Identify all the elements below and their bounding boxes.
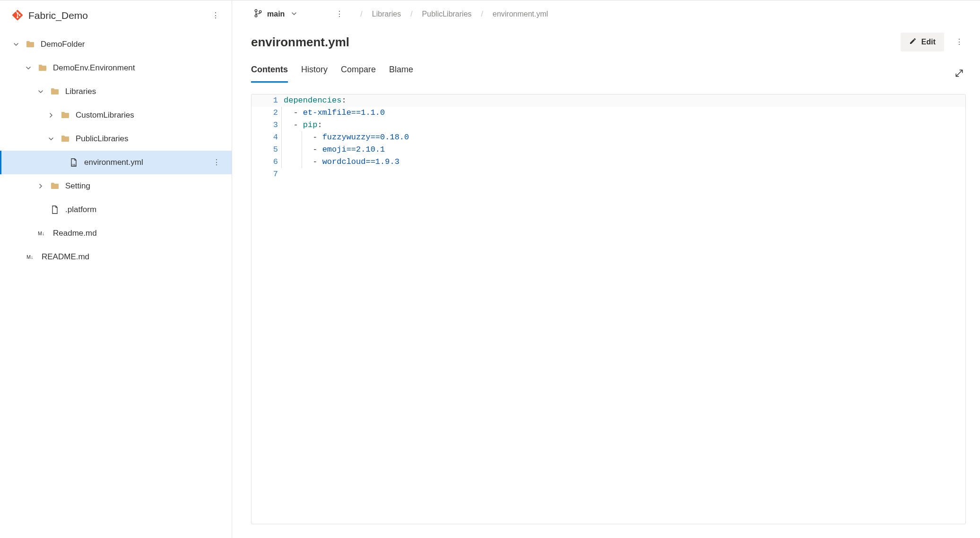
- tab-compare[interactable]: Compare: [341, 65, 376, 83]
- code-content: - wordcloud==1.9.3: [284, 156, 965, 168]
- chevron-down-icon: [25, 64, 32, 72]
- branch-selector[interactable]: main: [251, 7, 300, 21]
- tree-file-environment-yml[interactable]: YML environment.yml ⋮: [0, 151, 232, 174]
- tree-label: Readme.md: [53, 229, 97, 238]
- code-line[interactable]: 6 - wordcloud==1.9.3: [252, 156, 965, 168]
- tree-folder-libraries[interactable]: Libraries: [0, 80, 232, 103]
- line-number: 5: [252, 144, 284, 156]
- tabs-row: Contents History Compare Blame: [232, 65, 980, 83]
- tree-folder-customlibraries[interactable]: CustomLibraries: [0, 103, 232, 127]
- app-root: Fabric_Demo ⋮ DemoFolder: [0, 0, 980, 538]
- code-line[interactable]: 1dependencies:: [252, 94, 965, 107]
- expand-icon: [955, 69, 963, 79]
- fullscreen-button[interactable]: [953, 67, 966, 80]
- file-more-button[interactable]: ⋮: [953, 35, 966, 49]
- line-number: 3: [252, 119, 284, 131]
- file-title: environment.yml: [251, 35, 901, 50]
- tree-folder-demoenv[interactable]: DemoEnv.Environment: [0, 56, 232, 80]
- folder-icon: [50, 87, 60, 96]
- code-line[interactable]: 4 - fuzzywuzzy==0.18.0: [252, 131, 965, 144]
- tree-label: PublicLibraries: [76, 134, 129, 144]
- tree-folder-setting[interactable]: Setting: [0, 174, 232, 198]
- tree-row-more-button[interactable]: ⋮: [210, 156, 223, 169]
- svg-text:M↓: M↓: [38, 231, 44, 236]
- line-number: 6: [252, 156, 284, 168]
- git-logo-icon: [12, 10, 23, 22]
- folder-icon: [61, 134, 70, 144]
- branch-icon: [254, 9, 262, 19]
- tab-blame[interactable]: Blame: [389, 65, 413, 83]
- sidebar-header: Fabric_Demo ⋮: [0, 0, 232, 31]
- folder-icon: [26, 40, 35, 49]
- edit-button-label: Edit: [921, 38, 936, 46]
- line-number: 7: [252, 168, 284, 180]
- tree-label: DemoEnv.Environment: [53, 63, 135, 73]
- svg-text:YML: YML: [71, 163, 77, 166]
- pencil-icon: [909, 37, 917, 47]
- indent-guide: [302, 156, 302, 168]
- tree-label: README.md: [42, 252, 89, 262]
- tree-file-readme-inner[interactable]: M↓ Readme.md: [0, 222, 232, 245]
- svg-point-5: [259, 10, 261, 13]
- more-vertical-icon: ⋮: [213, 159, 220, 166]
- file-icon: [50, 205, 60, 214]
- indent-guide: [281, 144, 282, 156]
- tree-file-readme-root[interactable]: M↓ README.md: [0, 245, 232, 269]
- breadcrumb-file[interactable]: environment.yml: [493, 10, 548, 18]
- svg-point-3: [255, 9, 257, 12]
- tree-label: Libraries: [65, 87, 96, 96]
- code-content: dependencies:: [284, 94, 965, 107]
- chevron-down-icon: [12, 41, 20, 48]
- tree-label: environment.yml: [84, 158, 143, 167]
- code-content: - pip:: [284, 119, 965, 131]
- tab-contents[interactable]: Contents: [251, 65, 288, 83]
- code-content: - emoji==2.10.1: [284, 144, 965, 156]
- topbar: main ⋮ / Libraries / PublicLibraries / e…: [232, 0, 980, 28]
- breadcrumb-sep: /: [360, 10, 362, 18]
- code-line[interactable]: 2 - et-xmlfile==1.1.0: [252, 107, 965, 119]
- tab-history[interactable]: History: [301, 65, 328, 83]
- chevron-right-icon: [47, 111, 55, 119]
- breadcrumb: / Libraries / PublicLibraries / environm…: [360, 10, 548, 18]
- code-content: - fuzzywuzzy==0.18.0: [284, 131, 965, 144]
- tree-folder-demofolder[interactable]: DemoFolder: [0, 33, 232, 56]
- edit-button[interactable]: Edit: [901, 33, 944, 51]
- code-line[interactable]: 7: [252, 168, 965, 180]
- more-vertical-icon: ⋮: [212, 12, 219, 19]
- code-line[interactable]: 3 - pip:: [252, 119, 965, 131]
- markdown-icon: M↓: [26, 252, 36, 262]
- tabs: Contents History Compare Blame: [251, 65, 413, 83]
- breadcrumb-sep: /: [410, 10, 412, 18]
- code-viewer[interactable]: 1dependencies:2 - et-xmlfile==1.1.03 - p…: [251, 94, 966, 524]
- branch-more-button[interactable]: ⋮: [333, 8, 346, 21]
- tree-folder-publiclibraries[interactable]: PublicLibraries: [0, 127, 232, 151]
- chevron-down-icon: [291, 11, 297, 18]
- more-vertical-icon: ⋮: [336, 10, 343, 18]
- tree-label: Setting: [65, 181, 90, 191]
- more-vertical-icon: ⋮: [955, 38, 963, 46]
- breadcrumb-libraries[interactable]: Libraries: [372, 10, 401, 18]
- file-tree: DemoFolder DemoEnv.Environment Librari: [0, 31, 232, 538]
- tree-file-platform[interactable]: .platform: [0, 198, 232, 222]
- indent-guide: [302, 131, 302, 144]
- code-content: - et-xmlfile==1.1.0: [284, 107, 965, 119]
- svg-text:M↓: M↓: [26, 254, 33, 260]
- sidebar-more-button[interactable]: ⋮: [209, 9, 222, 22]
- indent-guide: [281, 107, 282, 119]
- indent-guide: [302, 144, 302, 156]
- breadcrumb-sep: /: [481, 10, 483, 18]
- markdown-icon: M↓: [38, 229, 47, 238]
- file-header: environment.yml Edit ⋮: [232, 28, 980, 51]
- tree-label: CustomLibraries: [76, 111, 134, 120]
- yml-file-icon: YML: [69, 158, 78, 167]
- folder-icon: [38, 63, 47, 73]
- repo-name[interactable]: Fabric_Demo: [28, 10, 203, 21]
- chevron-right-icon: [37, 182, 44, 190]
- breadcrumb-publiclibraries[interactable]: PublicLibraries: [422, 10, 472, 18]
- folder-icon: [61, 111, 70, 120]
- code-line[interactable]: 5 - emoji==2.10.1: [252, 144, 965, 156]
- chevron-down-icon: [47, 135, 55, 143]
- line-number: 2: [252, 107, 284, 119]
- indent-guide: [281, 156, 282, 168]
- main-panel: main ⋮ / Libraries / PublicLibraries / e…: [232, 0, 980, 538]
